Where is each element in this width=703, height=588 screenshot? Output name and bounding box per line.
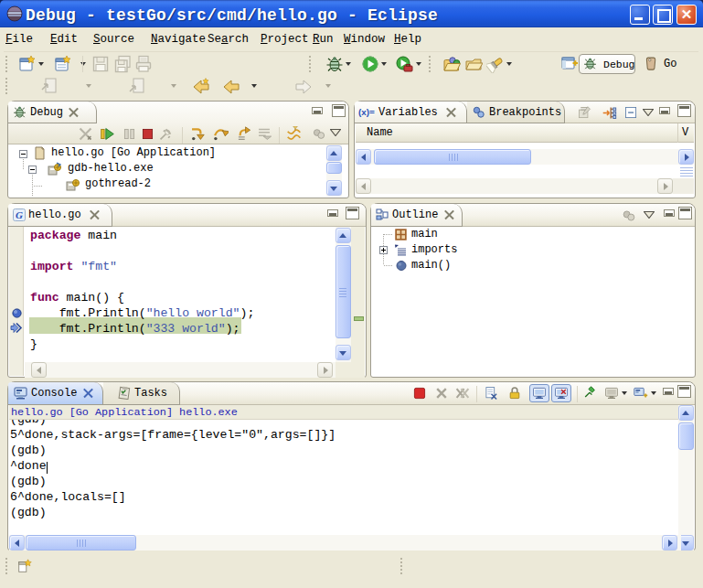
- svg-text:G: G: [16, 209, 23, 220]
- svg-text:(x)=: (x)=: [358, 107, 375, 117]
